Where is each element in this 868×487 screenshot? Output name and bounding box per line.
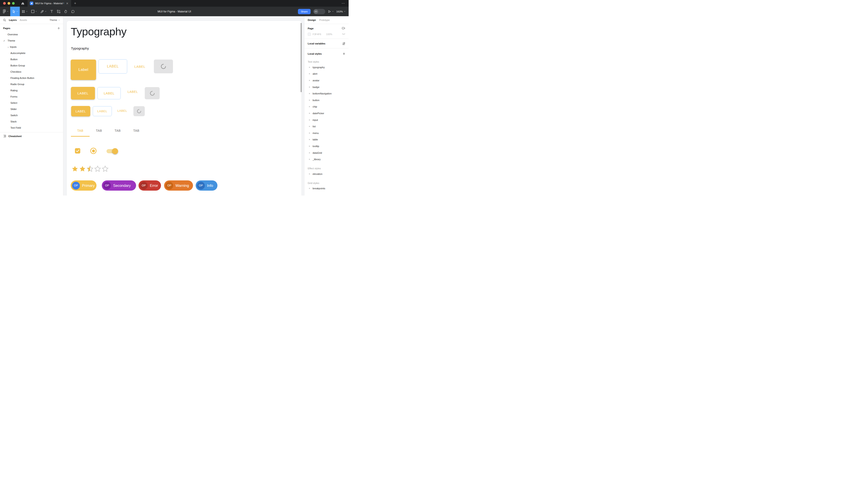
sidebar-item-stack[interactable]: Stack	[0, 119, 63, 125]
outlined-button-small[interactable]: LABEL	[93, 106, 112, 116]
chip-primary[interactable]: OP Primary	[71, 181, 96, 191]
style-item-input[interactable]: input	[304, 117, 349, 123]
switch-on[interactable]	[106, 149, 117, 153]
disclosure-triangle-icon[interactable]	[309, 87, 310, 88]
loading-button-medium[interactable]	[145, 87, 160, 99]
sidebar-item-button-group[interactable]: Button Group	[0, 62, 63, 69]
style-item-table[interactable]: table	[304, 136, 349, 143]
disclosure-triangle-icon[interactable]	[309, 80, 310, 81]
sidebar-item-slider[interactable]: Slider	[0, 106, 63, 112]
minimize-window-button[interactable]	[7, 2, 10, 5]
star-half-icon[interactable]	[87, 165, 93, 172]
sidebar-item-select[interactable]: Select	[0, 100, 63, 106]
style-item-avatar[interactable]: avatar	[304, 77, 349, 84]
checkbox-checked[interactable]	[75, 148, 80, 154]
style-item-breakpoints[interactable]: breakpoints	[304, 185, 349, 192]
main-menu-button[interactable]	[1, 7, 10, 16]
sidebar-item-fab[interactable]: Floating Action Button	[0, 75, 63, 81]
style-item-badge[interactable]: badge	[304, 84, 349, 90]
tab-design[interactable]: Design	[308, 19, 316, 21]
disclosure-triangle-icon[interactable]	[309, 159, 310, 160]
star-empty-icon[interactable]	[94, 165, 101, 172]
disclosure-triangle-icon[interactable]	[309, 106, 310, 107]
disclosure-triangle-icon[interactable]	[309, 67, 310, 68]
text-button-small[interactable]: LABEL	[115, 108, 129, 113]
style-item-menu[interactable]: menu	[304, 130, 349, 136]
pen-tool-button[interactable]	[39, 7, 48, 16]
home-button[interactable]	[18, 0, 28, 7]
outlined-button-medium[interactable]: LABEL	[97, 87, 121, 99]
file-tab[interactable]: MUI for Figma - Material UI ✕	[28, 0, 71, 7]
resources-tool-button[interactable]	[55, 7, 62, 16]
sidebar-item-rating[interactable]: Rating	[0, 87, 63, 94]
eye-closed-icon[interactable]	[342, 33, 345, 35]
page-color-row[interactable]: F3F4F6 100%	[308, 33, 345, 36]
contained-button-medium[interactable]: LABEL	[71, 87, 95, 100]
sidebar-item-inputs[interactable]: ↓Inputs	[0, 44, 63, 50]
share-button[interactable]: Share	[298, 9, 311, 14]
window-overflow-menu[interactable]: ⋯	[342, 1, 349, 5]
sidebar-item-forms[interactable]: Forms	[0, 94, 63, 100]
canvas[interactable]: Typography Typography Label LABEL LABEL …	[63, 16, 304, 196]
contained-button-small[interactable]: LABEL	[71, 106, 90, 117]
styles-library-icon[interactable]	[342, 27, 345, 30]
move-tool-button[interactable]	[10, 7, 20, 16]
loading-button-large[interactable]	[154, 60, 173, 73]
close-window-button[interactable]	[3, 2, 6, 5]
sidebar-item-autocomplete[interactable]: Autocomplete	[0, 50, 63, 56]
radio-checked[interactable]	[90, 148, 96, 154]
sidebar-item-switch[interactable]: Switch	[0, 112, 63, 119]
style-item-tooltip[interactable]: tooltip	[304, 143, 349, 150]
local-variables-row[interactable]: Local variables	[304, 39, 349, 48]
style-item-bottomnavigation[interactable]: bottomNavigation	[304, 90, 349, 97]
style-item-datagrid[interactable]: dataGrid	[304, 150, 349, 156]
dev-mode-toggle[interactable]: </>	[313, 9, 325, 14]
sidebar-item-overview[interactable]: Overview	[0, 31, 63, 37]
chip-warning[interactable]: OP Warning	[164, 181, 193, 191]
disclosure-triangle-icon[interactable]	[309, 93, 310, 94]
tab-layers[interactable]: Layers	[9, 19, 17, 21]
add-page-icon[interactable]	[57, 27, 60, 30]
contained-button-large[interactable]: Label	[71, 60, 96, 80]
sidebar-item-button[interactable]: Button	[0, 56, 63, 62]
chip-info[interactable]: OP Info	[196, 181, 217, 191]
sidebar-item-text-field[interactable]: Text Field	[0, 125, 63, 131]
tab-prototype[interactable]: Prototype	[319, 19, 330, 21]
style-item-list[interactable]: list	[304, 123, 349, 130]
comment-tool-button[interactable]	[69, 7, 76, 16]
sidebar-item-cheatsheet[interactable]: Cheatsheet	[0, 132, 63, 140]
sidebar-item-theme[interactable]: ✓Theme	[0, 37, 63, 44]
sidebar-item-radio-group[interactable]: Radio Group	[0, 81, 63, 87]
star-empty-icon[interactable]	[102, 165, 108, 172]
tab-item-2[interactable]: TAB	[90, 125, 108, 136]
disclosure-triangle-icon[interactable]	[309, 126, 310, 127]
canvas-scrollbar[interactable]	[301, 23, 302, 92]
close-tab-icon[interactable]: ✕	[66, 2, 69, 5]
star-full-icon[interactable]	[79, 165, 86, 172]
disclosure-triangle-icon[interactable]	[309, 139, 310, 140]
rating-control[interactable]	[71, 165, 108, 172]
disclosure-triangle-icon[interactable]	[309, 188, 310, 189]
disclosure-triangle-icon[interactable]	[309, 173, 310, 175]
style-item-typography[interactable]: typography	[304, 64, 349, 71]
zoom-level-control[interactable]: 163%	[336, 10, 345, 13]
shape-tool-button[interactable]	[29, 7, 39, 16]
add-style-icon[interactable]	[343, 53, 345, 55]
style-item-chip[interactable]: chip	[304, 103, 349, 110]
tab-assets[interactable]: Assets	[20, 19, 27, 21]
style-item-library[interactable]: _library	[304, 156, 349, 163]
chip-error[interactable]: OP Error	[138, 181, 161, 191]
local-styles-row[interactable]: Local styles	[304, 48, 349, 59]
disclosure-triangle-icon[interactable]	[309, 119, 310, 121]
text-button-medium[interactable]: LABEL	[125, 89, 140, 95]
text-tool-button[interactable]	[48, 7, 55, 16]
disclosure-triangle-icon[interactable]	[309, 132, 310, 134]
style-item-elevation[interactable]: elevation	[304, 171, 349, 177]
disclosure-triangle-icon[interactable]	[309, 100, 310, 101]
style-item-button[interactable]: button	[304, 97, 349, 103]
disclosure-triangle-icon[interactable]	[309, 145, 310, 147]
frame-tool-button[interactable]	[20, 7, 29, 16]
color-swatch[interactable]	[308, 33, 311, 36]
page-color-opacity[interactable]: 100%	[326, 33, 332, 36]
style-item-datepicker[interactable]: datePicker	[304, 110, 349, 117]
